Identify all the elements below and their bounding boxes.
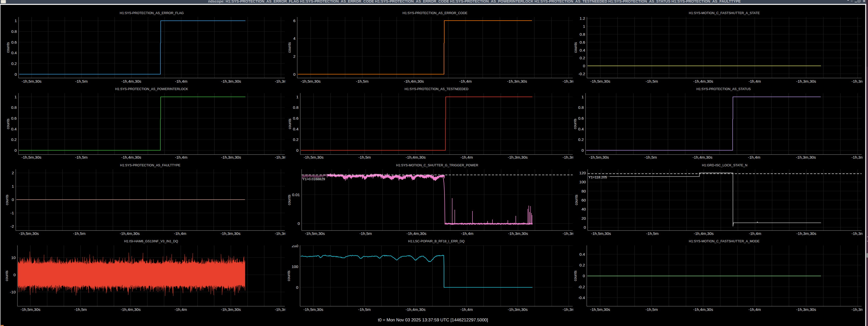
svg-text:-1h,3m: -1h,3m — [563, 155, 575, 159]
svg-text:0.8: 0.8 — [11, 105, 17, 110]
svg-text:-0.4: -0.4 — [578, 295, 585, 300]
svg-text:2: 2 — [293, 54, 296, 58]
svg-text:0.8: 0.8 — [11, 29, 17, 34]
svg-text:counts: counts — [6, 118, 10, 129]
svg-text:-1h,3m,30s: -1h,3m,30s — [796, 155, 816, 159]
svg-text:0.4: 0.4 — [578, 127, 584, 131]
svg-text:0.4: 0.4 — [293, 127, 299, 131]
svg-text:10: 10 — [11, 255, 16, 260]
svg-text:H1:SYS-PROTECTION_AS_FAULTTYPE: H1:SYS-PROTECTION_AS_FAULTTYPE — [120, 164, 181, 167]
svg-text:0.4: 0.4 — [11, 127, 17, 131]
svg-text:-1h,4m: -1h,4m — [175, 79, 187, 83]
svg-text:120: 120 — [579, 171, 586, 175]
svg-text:-1h,4m: -1h,4m — [460, 155, 473, 159]
svg-text:H1:SYS-MOTION_C_FASTSHUTTER_A_: H1:SYS-MOTION_C_FASTSHUTTER_A_STATE — [689, 11, 760, 15]
svg-text:1.2: 1.2 — [580, 16, 585, 21]
svg-text:6: 6 — [293, 19, 296, 23]
svg-text:0.8: 0.8 — [580, 32, 585, 36]
svg-text:counts: counts — [574, 195, 578, 205]
svg-text:-1h,3m,30s: -1h,3m,30s — [507, 79, 527, 83]
svg-text:counts: counts — [573, 271, 577, 281]
svg-text:2: 2 — [12, 171, 14, 175]
svg-text:-1h,4m: -1h,4m — [748, 155, 760, 159]
svg-text:0.8: 0.8 — [293, 105, 299, 110]
svg-text:-1h,3m,30s: -1h,3m,30s — [221, 79, 241, 83]
svg-text:100: 100 — [579, 180, 586, 184]
svg-text:1: 1 — [581, 95, 584, 99]
svg-text:0.2: 0.2 — [293, 137, 299, 142]
svg-text:-1h,3m: -1h,3m — [851, 231, 864, 236]
svg-text:-1h,4m,30s: -1h,4m,30s — [404, 79, 424, 83]
svg-text:60: 60 — [581, 198, 586, 202]
svg-text:-1h,3m: -1h,3m — [275, 79, 287, 83]
svg-text:counts: counts — [288, 118, 292, 129]
svg-text:H1:ISI-HAM6_GS13INF_V3_IN1_DQ: H1:ISI-HAM6_GS13INF_V3_IN1_DQ — [124, 240, 178, 243]
svg-text:0: 0 — [293, 72, 296, 77]
svg-text:-1h,4m: -1h,4m — [748, 307, 761, 311]
svg-text:0.2: 0.2 — [11, 61, 17, 66]
svg-text:H1:SYS-PROTECTION_AS_ERROR_COD: H1:SYS-PROTECTION_AS_ERROR_CODE — [402, 11, 467, 15]
svg-text:t0 = Mon Nov 03 2025 13:37:59: t0 = Mon Nov 03 2025 13:37:59 UTC [14462… — [378, 318, 488, 322]
svg-text:-1h,5m,30s: -1h,5m,30s — [21, 307, 40, 311]
svg-text:H1:SYS-PROTECTION_AS_STATUS: H1:SYS-PROTECTION_AS_STATUS — [696, 87, 751, 91]
svg-text:-1h,5m: -1h,5m — [75, 155, 87, 159]
svg-text:-1h,3m: -1h,3m — [563, 307, 575, 311]
svg-text:-1h,5m,30s: -1h,5m,30s — [304, 307, 323, 311]
svg-text:-0.2: -0.2 — [578, 72, 585, 76]
svg-text:-1h,5m,30s: -1h,5m,30s — [305, 231, 325, 236]
svg-text:-1h,3m,30s: -1h,3m,30s — [220, 231, 241, 236]
svg-text:-1h,4m,30s: -1h,4m,30s — [120, 231, 140, 236]
svg-text:-1h,5m,30s: -1h,5m,30s — [22, 79, 41, 83]
svg-text:-1h,3m,30s: -1h,3m,30s — [796, 307, 816, 311]
svg-text:-1h,4m: -1h,4m — [459, 79, 472, 83]
svg-text:-1h,4m,30s: -1h,4m,30s — [121, 307, 141, 311]
svg-text:-1h,3m: -1h,3m — [851, 307, 864, 311]
svg-text:H1:SYS-PROTECTION_AS_ERROR_FLA: H1:SYS-PROTECTION_AS_ERROR_FLAG — [120, 11, 184, 15]
svg-text:0: 0 — [296, 148, 299, 153]
svg-text:-1h,3m: -1h,3m — [562, 79, 575, 83]
svg-text:-2: -2 — [10, 224, 14, 228]
svg-text:0.01: 0.01 — [292, 192, 300, 197]
svg-text:-1h,3m,30s: -1h,3m,30s — [508, 231, 528, 236]
svg-text:-1h,5m: -1h,5m — [73, 231, 85, 236]
svg-text:-1h,3m: -1h,3m — [275, 155, 287, 159]
svg-text:1: 1 — [583, 24, 585, 28]
svg-text:0.4: 0.4 — [579, 252, 585, 256]
svg-text:0.6: 0.6 — [578, 116, 584, 120]
svg-text:0: 0 — [584, 225, 586, 229]
svg-text:0: 0 — [583, 274, 585, 278]
svg-text:0: 0 — [583, 64, 585, 68]
svg-text:-1h,4m: -1h,4m — [460, 307, 473, 311]
svg-text:0.6: 0.6 — [11, 40, 17, 45]
svg-text:0: 0 — [13, 273, 16, 277]
svg-text:counts: counts — [287, 271, 291, 281]
svg-text:-1h,4m: -1h,4m — [748, 79, 761, 83]
svg-text:-0.2: -0.2 — [578, 285, 585, 289]
svg-text:-1h,5m: -1h,5m — [356, 79, 368, 83]
svg-text:1: 1 — [296, 95, 299, 99]
svg-text:1: 1 — [12, 184, 14, 188]
svg-text:-1h,3m,30s: -1h,3m,30s — [796, 79, 816, 83]
svg-text:-1h,3m,30s: -1h,3m,30s — [508, 307, 528, 311]
svg-text:counts: counts — [287, 195, 291, 205]
svg-text:80: 80 — [581, 189, 586, 193]
svg-text:-1h,5m: -1h,5m — [75, 79, 88, 83]
svg-text:-1h,5m,30s: -1h,5m,30s — [590, 79, 610, 83]
svg-text:ndscope: H1:SYS-PROTECTION_AS_: ndscope: H1:SYS-PROTECTION_AS_ERROR_FLAG… — [208, 0, 741, 3]
svg-text:-1h,5m,30s: -1h,5m,30s — [591, 231, 611, 236]
svg-text:20: 20 — [581, 216, 586, 220]
svg-text:0: 0 — [14, 148, 17, 153]
svg-text:Y1=0.0168829: Y1=0.0168829 — [303, 177, 325, 181]
svg-text:-1h,4m,30s: -1h,4m,30s — [406, 155, 426, 159]
svg-text:-1h,3m: -1h,3m — [851, 79, 864, 83]
svg-text:-1: -1 — [10, 211, 14, 215]
svg-text:-1h,5m,30s: -1h,5m,30s — [590, 307, 610, 311]
svg-text:-1h,5m,30s: -1h,5m,30s — [19, 231, 39, 236]
svg-text:-1h,5m: -1h,5m — [359, 155, 371, 159]
svg-text:H1:LSC-POPAIR_B_RF18_I_ERR_DQ: H1:LSC-POPAIR_B_RF18_I_ERR_DQ — [408, 240, 465, 243]
svg-text:counts: counts — [573, 118, 577, 129]
svg-text:H1:SYS-PROTECTION_AS_POWERINTE: H1:SYS-PROTECTION_AS_POWERINTERLOCK — [115, 87, 188, 91]
svg-text:H1:SYS-MOTION_C_SHUTTER_G_TRIG: H1:SYS-MOTION_C_SHUTTER_G_TRIGGER_POWER — [396, 164, 478, 167]
svg-text:-1h,4m: -1h,4m — [175, 155, 187, 159]
svg-text:-1h,5m: -1h,5m — [646, 231, 658, 236]
